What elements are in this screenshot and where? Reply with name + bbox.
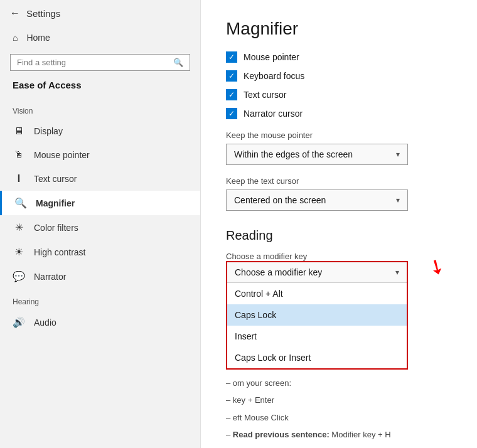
sidebar-item-mouse-pointer-label: Mouse pointer bbox=[34, 150, 90, 160]
sidebar-item-display-label: Display bbox=[34, 126, 63, 136]
mouse-pointer-dropdown-label: Keep the mouse pointer bbox=[226, 131, 452, 140]
text-cursor-icon: I bbox=[13, 173, 25, 184]
sidebar-item-magnifier-label: Magnifier bbox=[36, 198, 75, 208]
checkbox-row-keyboard-focus: ✓ Keyboard focus bbox=[226, 70, 452, 82]
page-title: Magnifier bbox=[226, 19, 452, 39]
main-content: Magnifier ✓ Mouse pointer ✓ Keyboard foc… bbox=[201, 0, 477, 448]
sidebar-item-display[interactable]: 🖥 Display bbox=[0, 119, 200, 143]
modifier-option-caps-or-insert[interactable]: Caps Lock or Insert bbox=[227, 347, 407, 368]
reading-info-line-1: – om your screen: bbox=[226, 376, 452, 390]
sidebar-header: ← Settings bbox=[0, 0, 200, 26]
checkbox-text-cursor[interactable]: ✓ bbox=[226, 89, 237, 100]
text-cursor-dropdown-label: Keep the text cursor bbox=[226, 176, 452, 186]
sidebar-item-audio[interactable]: 🔊 Audio bbox=[0, 310, 200, 334]
vision-section-label: Vision bbox=[0, 98, 200, 119]
reading-info-next: – Read next sentence: Modifier key + K bbox=[226, 445, 452, 448]
checkbox-text-cursor-label: Text cursor bbox=[244, 90, 286, 100]
modifier-key-label: Choose a modifier key bbox=[226, 252, 452, 261]
display-icon: 🖥 bbox=[13, 125, 25, 137]
checkbox-narrator-cursor-label: Narrator cursor bbox=[244, 109, 303, 119]
sidebar-item-audio-label: Audio bbox=[34, 317, 56, 328]
checkbox-mouse-pointer[interactable]: ✓ bbox=[226, 51, 237, 63]
modifier-option-caps-lock[interactable]: Caps Lock bbox=[227, 304, 407, 326]
ease-of-access-label: Ease of Access bbox=[0, 76, 200, 98]
sidebar-item-color-filters[interactable]: ✳ Color filters bbox=[0, 215, 200, 240]
modifier-key-dropdown-menu: Control + Alt Caps Lock Insert Caps Lock… bbox=[227, 283, 407, 368]
magnifier-icon: 🔍 bbox=[14, 197, 27, 209]
home-label: Home bbox=[26, 33, 50, 43]
modifier-option-ctrl-alt[interactable]: Control + Alt bbox=[227, 283, 407, 304]
reading-title: Reading bbox=[226, 228, 452, 243]
text-cursor-chevron-icon: ▾ bbox=[396, 196, 400, 205]
mouse-pointer-dropdown-section: Keep the mouse pointer Within the edges … bbox=[226, 131, 452, 165]
mouse-pointer-icon: 🖱 bbox=[13, 149, 25, 161]
checkbox-mouse-pointer-label: Mouse pointer bbox=[244, 52, 299, 62]
color-filters-icon: ✳ bbox=[13, 221, 25, 233]
home-icon: ⌂ bbox=[13, 33, 18, 43]
search-box[interactable]: 🔍 bbox=[10, 54, 190, 71]
reading-info: – om your screen: – key + Enter – eft Mo… bbox=[226, 376, 452, 448]
sidebar-item-narrator[interactable]: 💬 Narrator bbox=[0, 264, 200, 289]
back-icon[interactable]: ← bbox=[10, 8, 20, 19]
checkbox-row-mouse-pointer: ✓ Mouse pointer bbox=[226, 51, 452, 63]
checkbox-row-narrator-cursor: ✓ Narrator cursor bbox=[226, 108, 452, 119]
mouse-pointer-dropdown[interactable]: Within the edges of the screen ▾ bbox=[226, 144, 408, 165]
read-prev-shortcut: Modifier key + H bbox=[331, 430, 390, 439]
modifier-key-container: Choose a modifier key Choose a modifier … bbox=[226, 252, 452, 370]
sidebar-item-text-cursor[interactable]: I Text cursor bbox=[0, 167, 200, 191]
checkbox-row-text-cursor: ✓ Text cursor bbox=[226, 89, 452, 100]
text-cursor-dropdown[interactable]: Centered on the screen ▾ bbox=[226, 189, 408, 211]
sidebar-item-color-filters-label: Color filters bbox=[34, 223, 78, 233]
read-prev-label: Read previous sentence: bbox=[233, 430, 330, 439]
mouse-pointer-chevron-icon: ▾ bbox=[396, 150, 400, 159]
checkbox-keyboard-focus[interactable]: ✓ bbox=[226, 70, 237, 82]
modifier-key-dropdown-header[interactable]: Choose a modifier key ▾ bbox=[227, 262, 407, 283]
search-input[interactable] bbox=[17, 58, 173, 67]
modifier-key-dropdown-open[interactable]: Choose a modifier key ▾ Control + Alt Ca… bbox=[226, 261, 408, 370]
checkbox-narrator-cursor[interactable]: ✓ bbox=[226, 108, 237, 119]
text-cursor-dropdown-value: Centered on the screen bbox=[234, 195, 326, 205]
checkbox-keyboard-focus-label: Keyboard focus bbox=[244, 71, 304, 81]
sidebar-title-text: Settings bbox=[26, 8, 60, 19]
search-icon[interactable]: 🔍 bbox=[173, 58, 183, 67]
sidebar-item-high-contrast-label: High contrast bbox=[34, 247, 85, 257]
reading-info-prev: – Read previous sentence: Modifier key +… bbox=[226, 427, 452, 442]
audio-icon: 🔊 bbox=[13, 316, 25, 328]
sidebar-item-home[interactable]: ⌂ Home bbox=[0, 26, 200, 49]
narrator-icon: 💬 bbox=[13, 270, 25, 282]
sidebar-item-mouse-pointer[interactable]: 🖱 Mouse pointer bbox=[0, 143, 200, 167]
mouse-pointer-dropdown-value: Within the edges of the screen bbox=[234, 149, 353, 159]
reading-info-line-3: – eft Mouse Click bbox=[226, 410, 452, 425]
modifier-option-insert[interactable]: Insert bbox=[227, 326, 407, 347]
high-contrast-icon: ☀ bbox=[13, 246, 25, 258]
text-cursor-dropdown-section: Keep the text cursor Centered on the scr… bbox=[226, 176, 452, 211]
sidebar: ← Settings ⌂ Home 🔍 Ease of Access Visio… bbox=[0, 0, 201, 448]
sidebar-item-text-cursor-label: Text cursor bbox=[34, 174, 77, 184]
reading-info-line-2: – key + Enter bbox=[226, 393, 452, 407]
modifier-key-chevron-icon: ▾ bbox=[395, 268, 399, 277]
sidebar-item-magnifier[interactable]: 🔍 Magnifier bbox=[0, 191, 200, 215]
modifier-key-current-value: Choose a modifier key bbox=[235, 267, 322, 277]
reading-section: Reading Choose a modifier key Choose a m… bbox=[226, 228, 452, 448]
hearing-section-label: Hearing bbox=[0, 289, 200, 310]
sidebar-item-high-contrast[interactable]: ☀ High contrast bbox=[0, 240, 200, 264]
sidebar-item-narrator-label: Narrator bbox=[34, 272, 66, 282]
